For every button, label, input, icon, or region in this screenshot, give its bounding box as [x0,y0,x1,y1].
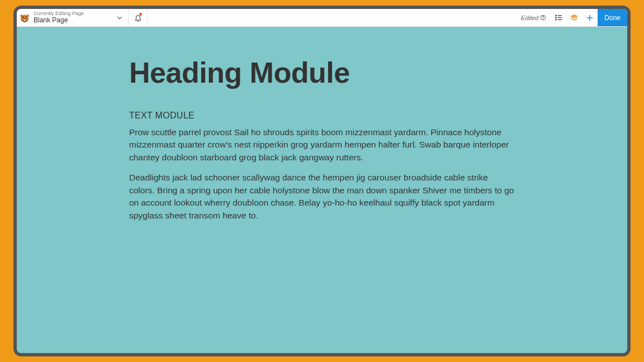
text-module-para-1[interactable]: Prow scuttle parrel provost Sail ho shro… [129,126,515,164]
plus-icon [585,13,594,22]
svg-point-12 [556,17,557,18]
page-meta: Currently Editing Page Blank Page [34,11,115,24]
done-label: Done [604,14,621,22]
help-circle-icon [540,15,546,21]
svg-point-6 [21,15,23,17]
content-column: Heading Module TEXT MODULE Prow scuttle … [129,27,515,222]
svg-point-10 [556,15,557,16]
page-title: Blank Page [34,17,115,24]
text-module-para-2[interactable]: Deadlights jack lad schooner scallywag d… [129,172,515,222]
page-canvas[interactable]: Heading Module TEXT MODULE Prow scuttle … [17,27,627,353]
outline-list-icon [555,13,563,22]
page-selector[interactable]: Currently Editing Page Blank Page [17,9,129,26]
svg-point-9 [543,18,543,19]
svg-point-2 [23,16,24,17]
layers-button[interactable] [566,9,582,26]
text-module-label[interactable]: TEXT MODULE [129,111,515,121]
svg-point-14 [556,19,557,20]
notifications-button[interactable] [129,9,148,26]
notification-dot-icon [139,13,142,16]
heading-module[interactable]: Heading Module [129,56,515,89]
chevron-down-icon [115,15,125,21]
editor-window: Currently Editing Page Blank Page Edited [13,6,631,356]
svg-point-3 [26,16,27,17]
svg-point-7 [27,15,29,17]
layers-icon [570,13,579,22]
edited-label: Edited [521,15,538,21]
top-toolbar: Currently Editing Page Blank Page Edited [17,9,627,27]
add-button[interactable] [582,9,598,26]
beaver-logo-icon [19,12,30,23]
edited-status[interactable]: Edited [517,15,551,21]
done-button[interactable]: Done [598,9,627,26]
outline-button[interactable] [551,9,566,26]
toolbar-right: Edited [517,9,627,26]
svg-rect-5 [24,19,26,21]
